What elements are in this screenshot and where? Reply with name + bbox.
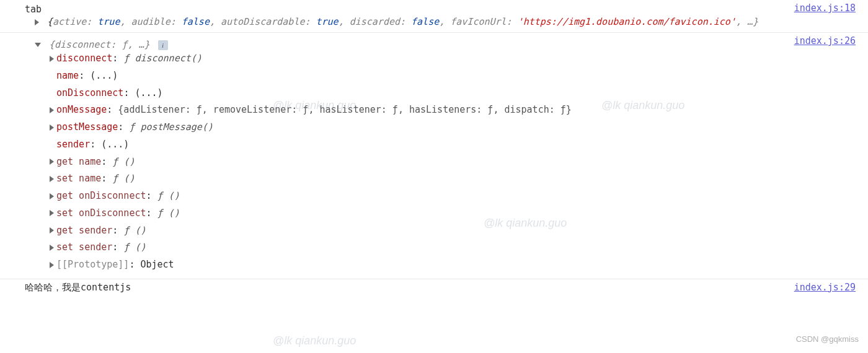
source-link[interactable]: index.js:29 <box>794 282 856 293</box>
property-value: {addListener: ƒ, removeListener: ƒ, hasL… <box>118 104 572 115</box>
property-key: [[Prototype]] <box>56 259 129 270</box>
property-value: ƒ () <box>123 242 146 253</box>
chevron-right-icon[interactable] <box>50 193 54 199</box>
property-value: ƒ postMessage() <box>129 121 213 133</box>
object-summary: {active: true, audible: false, autoDisca… <box>47 16 758 27</box>
chevron-right-icon[interactable] <box>50 176 54 182</box>
source-link[interactable]: index.js:26 <box>794 35 856 46</box>
key: favIconUrl <box>450 16 506 27</box>
object-property-row[interactable]: set onDisconnect: ƒ () <box>25 205 856 222</box>
colon: : <box>112 53 123 64</box>
property-value: (...) <box>135 87 162 98</box>
colon: : <box>112 242 123 253</box>
chevron-right-icon[interactable] <box>35 19 39 25</box>
property-value: (...) <box>90 70 118 81</box>
property-key: set sender <box>56 242 112 253</box>
object-property-row[interactable]: [[Prototype]]: Object <box>25 256 856 274</box>
property-value: ƒ () <box>157 190 180 201</box>
sep: : <box>170 16 182 27</box>
sep: : <box>507 16 518 27</box>
chevron-right-icon[interactable] <box>50 245 54 251</box>
property-key: sender <box>56 139 90 150</box>
colon: : <box>129 259 140 270</box>
property-value: (...) <box>101 139 129 150</box>
chevron-right-icon[interactable] <box>50 159 54 165</box>
key: active <box>53 16 86 27</box>
sep: : <box>86 16 97 27</box>
object-property-row[interactable]: name: (...) <box>25 68 856 85</box>
key: discarded <box>350 16 400 27</box>
val: 'https://img1.doubanio.com/favicon.ico' <box>518 16 736 27</box>
colon: : <box>112 225 123 236</box>
property-value: ƒ disconnect() <box>123 53 202 64</box>
property-key: get name <box>56 156 101 167</box>
object-property-row[interactable]: onDisconnect: (...) <box>25 85 856 102</box>
val: true <box>316 16 339 27</box>
object-property-row[interactable]: get onDisconnect: ƒ () <box>25 188 856 205</box>
property-key: set onDisconnect <box>56 207 146 219</box>
comma: , <box>439 16 450 27</box>
property-key: get onDisconnect <box>56 190 146 201</box>
source-link[interactable]: index.js:18 <box>794 2 856 14</box>
log-message: 哈哈哈，我是contentjs <box>25 282 131 293</box>
chevron-right-icon[interactable] <box>50 210 54 216</box>
colon: : <box>107 104 118 115</box>
comma: , <box>120 16 131 27</box>
colon: : <box>118 121 129 133</box>
property-value: ƒ () <box>112 156 135 167</box>
colon: : <box>146 190 157 201</box>
val: false <box>411 16 439 27</box>
object-summary-row[interactable]: {active: true, audible: false, autoDisca… <box>25 16 856 27</box>
colon: : <box>146 207 157 219</box>
val: true <box>97 16 120 27</box>
comma: , <box>210 16 221 27</box>
object-property-row[interactable]: set name: ƒ () <box>25 170 856 188</box>
comma: , <box>339 16 350 27</box>
colon: : <box>101 173 112 184</box>
property-value: ƒ () <box>112 173 135 184</box>
property-value: ƒ () <box>157 207 180 219</box>
object-property-row[interactable]: set sender: ƒ () <box>25 239 856 256</box>
ellipsis: , …} <box>736 16 758 27</box>
chevron-right-icon[interactable] <box>50 227 54 233</box>
log-label: tab <box>25 4 42 15</box>
property-key: set name <box>56 173 101 184</box>
watermark: @lk qiankun.guo <box>273 334 356 347</box>
object-property-row[interactable]: disconnect: ƒ disconnect() <box>25 50 856 68</box>
property-key: onDisconnect <box>56 87 123 98</box>
console-log-entry: index.js:18 tab {active: true, audible: … <box>0 0 868 33</box>
object-property-row[interactable]: postMessage: ƒ postMessage() <box>25 119 856 136</box>
chevron-down-icon[interactable] <box>35 43 41 47</box>
colon: : <box>101 156 112 167</box>
key: audible <box>131 16 170 27</box>
object-summary: {disconnect: ƒ, …} <box>49 39 150 50</box>
val: false <box>182 16 210 27</box>
chevron-right-icon[interactable] <box>50 56 54 62</box>
object-property-row[interactable]: sender: (...) <box>25 136 856 154</box>
colon: : <box>123 87 135 98</box>
key: autoDiscardable <box>221 16 304 27</box>
brace-open: { <box>47 16 53 27</box>
info-icon[interactable]: i <box>158 40 168 50</box>
property-value: Object <box>140 259 174 270</box>
colon: : <box>90 139 101 150</box>
object-summary-row[interactable]: {disconnect: ƒ, …} i <box>25 39 856 50</box>
sep: : <box>304 16 316 27</box>
property-key: onMessage <box>56 104 107 115</box>
chevron-right-icon[interactable] <box>50 262 54 268</box>
colon: : <box>79 70 90 81</box>
csdn-watermark: CSDN @gqkmiss <box>796 334 859 344</box>
sep: : <box>400 16 411 27</box>
chevron-right-icon[interactable] <box>50 124 54 131</box>
object-property-row[interactable]: get sender: ƒ () <box>25 222 856 240</box>
property-key: postMessage <box>56 121 118 133</box>
chevron-right-icon[interactable] <box>50 107 54 113</box>
property-key: disconnect <box>56 53 112 64</box>
property-value: ƒ () <box>123 225 146 236</box>
property-key: name <box>56 70 79 81</box>
console-log-entry: index.js:26 {disconnect: ƒ, …} i disconn… <box>0 33 868 279</box>
object-property-row[interactable]: get name: ƒ () <box>25 154 856 171</box>
property-key: get sender <box>56 225 112 236</box>
object-property-row[interactable]: onMessage: {addListener: ƒ, removeListen… <box>25 102 856 119</box>
console-log-entry: index.js:29 哈哈哈，我是contentjs <box>0 279 868 299</box>
